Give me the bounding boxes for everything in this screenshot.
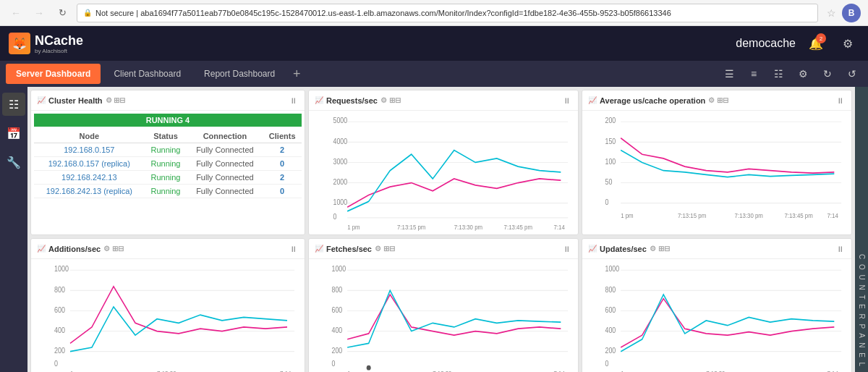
tab-client-dashboard[interactable]: Client Dashboard bbox=[103, 64, 191, 84]
avg-chart: 200 150 100 50 0 1 pm 7:13:15 pm bbox=[585, 114, 848, 232]
table-row: 192.168.242.13 Running Fully Connected 2 bbox=[34, 171, 302, 185]
tab-report-dashboard[interactable]: Report Dashboard bbox=[194, 64, 285, 84]
cluster-health-body: RUNNING 4 Node Status Connection Clients… bbox=[31, 111, 305, 234]
updates-sec-body: 1000 800 600 400 200 0 1 pm 7:1 bbox=[582, 259, 851, 372]
svg-point-57 bbox=[367, 365, 371, 371]
clients-cell: 2 bbox=[263, 171, 302, 185]
sidebar: ☷ 📅 🔧 bbox=[0, 87, 27, 372]
svg-text:1000: 1000 bbox=[332, 265, 346, 274]
logo-sub: by Alachisoft bbox=[35, 48, 83, 54]
svg-text:400: 400 bbox=[332, 326, 343, 334]
additions-sec-widget: 📈 Additions/sec ⚙ ⊞⊟ ⏸ 1000 800 600 400 … bbox=[30, 238, 305, 372]
fetches-sec-header: 📈 Fetches/sec ⚙ ⊞⊟ ⏸ bbox=[309, 239, 578, 259]
additions-chart: 1000 800 600 400 200 0 1 pm 7:1 bbox=[34, 262, 302, 372]
layout-triple-button[interactable]: ☷ bbox=[768, 64, 788, 84]
cache-name: democache bbox=[736, 37, 796, 50]
requests-pause-button[interactable]: ⏸ bbox=[561, 96, 572, 106]
cluster-table: Node Status Connection Clients 192.168.0… bbox=[34, 130, 302, 198]
node-cell[interactable]: 192.168.0.157 bbox=[34, 143, 145, 157]
clients-cell: 2 bbox=[263, 143, 302, 157]
status-cell: Running bbox=[145, 157, 187, 171]
fetches-sec-title: 📈 Fetches/sec ⚙ ⊞⊟ bbox=[315, 245, 395, 253]
avg-us-body: 200 150 100 50 0 1 pm 7:13:15 pm bbox=[582, 111, 851, 234]
table-row: 192.168.0.157 Running Fully Connected 2 bbox=[34, 143, 302, 157]
fetch-controls-icon: ⚙ ⊞⊟ bbox=[375, 245, 395, 253]
fetches-chart: 1000 800 600 400 200 0 bbox=[312, 262, 575, 372]
forward-button[interactable]: → bbox=[30, 4, 48, 22]
svg-text:7:13:15 pm: 7:13:15 pm bbox=[678, 211, 706, 219]
layout-single-button[interactable]: ☰ bbox=[719, 64, 739, 84]
refresh-dashboard-button[interactable]: ↻ bbox=[817, 64, 838, 84]
settings-button[interactable]: ⚙ bbox=[836, 32, 859, 55]
tab-bar: Server Dashboard Client Dashboard Report… bbox=[0, 61, 868, 87]
svg-text:100: 100 bbox=[605, 157, 616, 166]
svg-text:800: 800 bbox=[332, 285, 343, 294]
updates-sec-header: 📈 Updates/sec ⚙ ⊞⊟ ⏸ bbox=[582, 239, 851, 259]
svg-text:7:14: 7:14 bbox=[553, 223, 565, 231]
svg-text:600: 600 bbox=[54, 305, 65, 314]
requests-sec-body: 5000 4000 3000 2000 1000 0 bbox=[309, 111, 578, 234]
requests-sec-widget: 📈 Requests/sec ⚙ ⊞⊟ ⏸ 5000 4000 3000 200… bbox=[308, 90, 579, 235]
clients-cell: 0 bbox=[263, 157, 302, 171]
col-node: Node bbox=[34, 130, 145, 143]
bookmark-icon[interactable]: ☆ bbox=[827, 7, 836, 19]
svg-text:0: 0 bbox=[605, 359, 609, 368]
svg-text:800: 800 bbox=[605, 285, 616, 294]
url-text: Not secure | aba1694f77a5011eab77b0e0845… bbox=[95, 9, 671, 17]
svg-text:200: 200 bbox=[54, 346, 65, 355]
svg-text:0: 0 bbox=[605, 198, 609, 206]
svg-text:2000: 2000 bbox=[333, 177, 348, 186]
sidebar-item-monitor[interactable]: 📅 bbox=[2, 122, 25, 145]
url-bar[interactable]: 🔒 Not secure | aba1694f77a5011eab77b0e08… bbox=[77, 4, 818, 22]
status-cell: Running bbox=[145, 143, 187, 157]
svg-text:1 pm: 1 pm bbox=[621, 211, 633, 219]
svg-text:7:13:30 pm: 7:13:30 pm bbox=[454, 223, 482, 231]
requests-sec-title: 📈 Requests/sec ⚙ ⊞⊟ bbox=[315, 96, 401, 105]
avg-legend: 192.168.0.157 192.168.242.13 bbox=[585, 234, 848, 234]
add-tab-button[interactable]: + bbox=[288, 65, 305, 83]
node-cell[interactable]: 192.168.242.13 (replica) bbox=[34, 185, 145, 198]
refresh-all-button[interactable]: ↺ bbox=[842, 64, 862, 84]
additions-sec-header: 📈 Additions/sec ⚙ ⊞⊟ ⏸ bbox=[31, 239, 305, 259]
updates-pause-button[interactable]: ⏸ bbox=[835, 244, 846, 254]
req-controls-icon: ⚙ ⊞⊟ bbox=[380, 96, 401, 104]
status-cell: Running bbox=[145, 171, 187, 185]
avg-us-title: 📈 Average us/cache operation ⚙ ⊞⊟ bbox=[588, 96, 728, 105]
svg-text:50: 50 bbox=[605, 177, 613, 186]
logo-text: NCache bbox=[35, 33, 83, 48]
refresh-button[interactable]: ↻ bbox=[54, 4, 71, 22]
node-cell[interactable]: 192.168.242.13 bbox=[34, 171, 145, 185]
table-row: 192.168.242.13 (replica) Running Fully C… bbox=[34, 185, 302, 198]
cluster-health-title: 📈 Cluster Health ⚙ ⊞⊟ bbox=[37, 96, 125, 105]
notification-badge: 2 bbox=[816, 33, 826, 43]
table-row: 192.168.0.157 (replica) Running Fully Co… bbox=[34, 157, 302, 171]
col-clients: Clients bbox=[263, 130, 302, 143]
svg-text:4000: 4000 bbox=[333, 137, 348, 145]
svg-text:1000: 1000 bbox=[605, 265, 620, 274]
svg-text:400: 400 bbox=[605, 326, 616, 334]
logo: 🦊 NCache by Alachisoft bbox=[9, 33, 83, 54]
additions-sec-title: 📈 Additions/sec ⚙ ⊞⊟ bbox=[37, 245, 124, 253]
svg-text:200: 200 bbox=[605, 346, 616, 355]
additions-pause-button[interactable]: ⏸ bbox=[288, 244, 299, 254]
node-cell[interactable]: 192.168.0.157 (replica) bbox=[34, 157, 145, 171]
clients-cell: 0 bbox=[263, 185, 302, 198]
svg-text:1000: 1000 bbox=[54, 265, 69, 274]
sidebar-item-dashboard[interactable]: ☷ bbox=[2, 93, 25, 116]
col-status: Status bbox=[145, 130, 187, 143]
svg-text:1000: 1000 bbox=[333, 198, 348, 206]
avg-pause-button[interactable]: ⏸ bbox=[835, 96, 846, 106]
sidebar-item-tools[interactable]: 🔧 bbox=[2, 151, 25, 174]
notifications-button[interactable]: 🔔 2 bbox=[804, 32, 827, 55]
counter-panel[interactable]: C O U N T E R P A N E L bbox=[855, 87, 868, 372]
gear-button[interactable]: ⚙ bbox=[793, 64, 813, 84]
svg-text:7:13:45 pm: 7:13:45 pm bbox=[784, 211, 812, 219]
svg-text:200: 200 bbox=[332, 346, 343, 355]
fetches-pause-button[interactable]: ⏸ bbox=[561, 244, 572, 254]
cluster-pause-button[interactable]: ⏸ bbox=[288, 96, 299, 106]
tab-server-dashboard[interactable]: Server Dashboard bbox=[6, 64, 101, 84]
back-button[interactable]: ← bbox=[7, 4, 25, 22]
layout-double-button[interactable]: ≡ bbox=[744, 64, 764, 84]
additions-sec-body: 1000 800 600 400 200 0 1 pm 7:1 bbox=[31, 259, 305, 372]
profile-button[interactable]: B bbox=[842, 4, 861, 22]
